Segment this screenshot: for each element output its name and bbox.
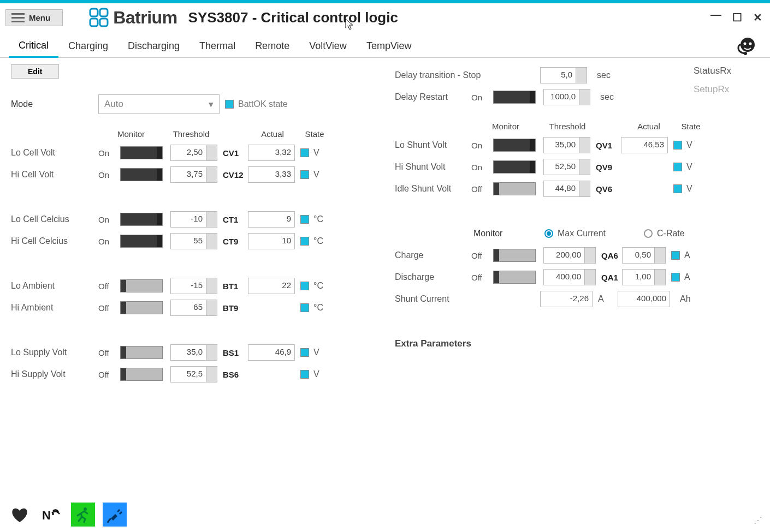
running-icon[interactable]	[71, 503, 95, 527]
network-icon[interactable]: N	[39, 503, 63, 527]
state-indicator	[300, 370, 309, 379]
monitor-toggle[interactable]	[493, 182, 536, 195]
param-code: QA6	[596, 251, 622, 260]
param-row: Lo Cell Celcius On -10 CT1 9 °C	[11, 208, 375, 230]
monitor-toggle[interactable]	[493, 139, 536, 152]
param-row: Idle Shunt Volt Off 44,80 QV6 V	[395, 178, 759, 200]
delay-restart-input[interactable]: 1000,0	[543, 89, 590, 105]
threshold-input[interactable]: 52,5	[170, 366, 217, 382]
monitor-state: Off	[471, 184, 493, 194]
battok-indicator	[225, 100, 234, 109]
threshold-input[interactable]: 44,80	[543, 181, 590, 197]
shunt-current-label: Shunt Current	[395, 294, 540, 304]
param-label: Hi Supply Volt	[11, 369, 98, 379]
monitor-state: Off	[471, 273, 493, 282]
tab-voltview[interactable]: VoltView	[299, 35, 357, 57]
monitor-toggle[interactable]	[120, 301, 163, 314]
statusbar: N	[8, 503, 127, 527]
actual-value: 46,9	[248, 344, 295, 361]
threshold-input[interactable]: 3,75	[170, 166, 217, 183]
status-rx: StatusRx	[694, 65, 759, 76]
radio-c-rate[interactable]: C-Rate	[644, 229, 685, 238]
monitor-toggle[interactable]	[120, 168, 163, 181]
mode-select[interactable]: Auto ▾	[98, 94, 220, 114]
threshold-input[interactable]: 200,00	[543, 247, 596, 264]
threshold-input[interactable]: -15	[170, 278, 217, 294]
param-label: Lo Ambient	[11, 281, 98, 291]
edit-button[interactable]: Edit	[11, 64, 59, 79]
param-code: BT9	[217, 303, 248, 313]
threshold-input[interactable]: 52,50	[543, 159, 590, 175]
delay-restart-toggle[interactable]	[493, 91, 536, 104]
monitor-toggle[interactable]	[120, 346, 163, 359]
tab-thermal[interactable]: Thermal	[189, 35, 245, 57]
monitor-state: On	[98, 148, 120, 158]
threshold-input[interactable]: 65	[170, 300, 217, 316]
support-icon[interactable]	[737, 36, 758, 57]
dropdown-caret-icon: ▾	[209, 99, 214, 110]
param-label: Charge	[395, 250, 471, 260]
unit-label: °C	[313, 236, 332, 246]
param-row: Lo Supply Volt Off 35,0 BS1 46,9 V	[11, 342, 375, 363]
monitor-state: Off	[98, 282, 120, 291]
threshold-input[interactable]: 35,0	[170, 344, 217, 361]
window-close-icon[interactable]: ✕	[753, 11, 762, 24]
hdr-monitor: Monitor	[98, 129, 164, 139]
hamburger-icon	[11, 13, 25, 22]
threshold-input[interactable]: 55	[170, 233, 217, 249]
shunt-capacity-value[interactable]: 400,000	[618, 291, 670, 307]
tab-critical[interactable]: Critical	[9, 35, 58, 58]
threshold-input[interactable]: 35,00	[543, 137, 590, 153]
tab-remote[interactable]: Remote	[245, 35, 299, 57]
delay-restart-mon: On	[471, 93, 493, 102]
shunt-capacity-unit: Ah	[670, 294, 697, 304]
actual-value: 22	[248, 278, 295, 294]
unit-label: A	[684, 250, 703, 260]
monitor-toggle[interactable]	[120, 279, 163, 292]
hdr-threshold: Threshold	[164, 129, 218, 139]
menu-label: Menu	[29, 13, 50, 22]
delay-stop-input[interactable]: 5,0	[540, 67, 587, 83]
unit-label: °C	[313, 214, 332, 224]
brand-logo: Batrium	[87, 7, 177, 28]
monitor-toggle[interactable]	[493, 160, 536, 174]
monitor-toggle[interactable]	[120, 146, 163, 159]
rate-input[interactable]: 0,50	[622, 247, 666, 264]
monitor-state: Off	[471, 251, 493, 260]
monitor-toggle[interactable]	[493, 271, 536, 284]
param-label: Lo Supply Volt	[11, 348, 98, 357]
tab-tempview[interactable]: TempView	[357, 35, 422, 57]
actual-value: 3,32	[248, 145, 295, 161]
shunt-current-value[interactable]: -2,26	[540, 291, 593, 307]
monitor-toggle[interactable]	[120, 213, 163, 226]
window-maximize-icon[interactable]: ☐	[732, 11, 742, 24]
right-column: Delay transition - Stop 5,0 sec Delay Re…	[395, 64, 759, 385]
extra-parameters-heading: Extra Parameters	[395, 338, 759, 349]
brand-name: Batrium	[113, 8, 177, 28]
threshold-input[interactable]: 400,00	[543, 269, 596, 285]
svg-rect-1	[100, 9, 108, 16]
menu-button[interactable]: Menu	[5, 9, 63, 26]
rate-input[interactable]: 1,00	[622, 269, 666, 285]
svg-line-11	[117, 510, 120, 512]
heart-icon[interactable]	[8, 503, 32, 527]
threshold-input[interactable]: -10	[170, 211, 217, 228]
state-indicator	[300, 148, 309, 157]
resize-grip-icon[interactable]: ⋰	[754, 515, 762, 525]
window-minimize-icon[interactable]: —	[710, 8, 721, 21]
state-indicator	[300, 237, 309, 246]
monitor-state: On	[98, 215, 120, 224]
radio-max-current[interactable]: Max Current	[544, 229, 606, 238]
monitor-toggle[interactable]	[120, 368, 163, 381]
tab-discharging[interactable]: Discharging	[118, 35, 189, 57]
param-label: Hi Shunt Volt	[395, 162, 471, 172]
plug-icon[interactable]	[103, 503, 127, 527]
unit-label: °C	[313, 303, 332, 313]
monitor-toggle[interactable]	[493, 249, 536, 262]
setup-rx: SetupRx	[694, 84, 759, 95]
threshold-input[interactable]: 2,50	[170, 145, 217, 161]
svg-point-7	[744, 52, 747, 55]
monitor-toggle[interactable]	[120, 235, 163, 248]
tab-charging[interactable]: Charging	[58, 35, 118, 57]
state-indicator	[300, 303, 309, 312]
